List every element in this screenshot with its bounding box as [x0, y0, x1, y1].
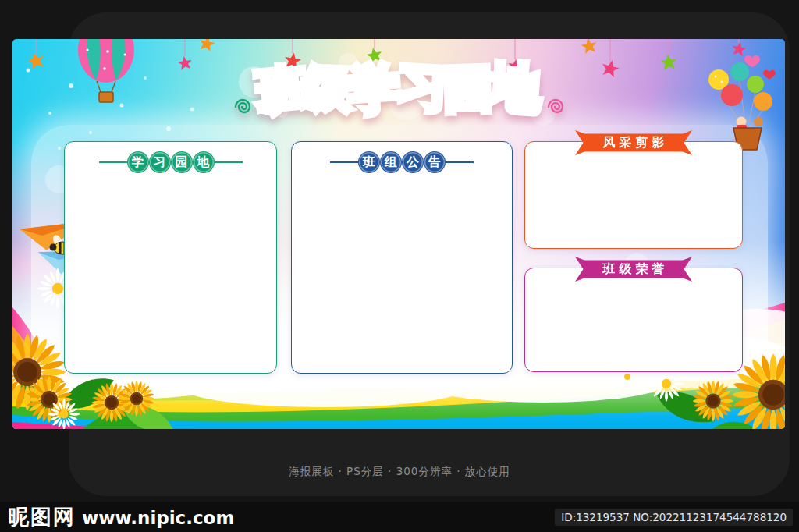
panel-learning-garden: 学 习 园 地: [64, 141, 277, 374]
panel-class-announcement: 班 组 公 告: [291, 141, 513, 374]
image-id-badge: ID:13219537 NO:20221123174544788120: [555, 509, 793, 526]
title-char: 级: [302, 61, 351, 115]
footer-bar: 昵图网 www.nipic.com ID:13219537 NO:2022112…: [0, 502, 799, 532]
badge-char: 班: [359, 152, 379, 172]
title-char: 园: [442, 62, 492, 116]
panel-learning-garden-header: 学 习 园 地: [65, 152, 276, 172]
badge-char: 公: [403, 152, 423, 172]
ribbon-header: 班级荣誉: [575, 257, 692, 282]
spiral-icon: [545, 97, 566, 120]
poster-title: 班 级 学 习 园 地: [12, 59, 785, 117]
title-char: 班: [255, 62, 309, 120]
caption-text: 海报展板 · PS分层 · 300分辨率 · 放心使用: [0, 465, 799, 479]
badge-char: 组: [381, 152, 401, 172]
site-logo: 昵图网 www.nipic.com: [8, 503, 234, 531]
ribbon-header: 风采剪影: [575, 130, 692, 155]
panel-class-announcement-header: 班 组 公 告: [292, 152, 512, 172]
header-line: [99, 161, 127, 163]
poster-board: 班 级 学 习 园 地 学 习 园 地 班: [12, 39, 785, 429]
header-line: [446, 161, 474, 163]
site-url: www.nipic.com: [82, 508, 234, 528]
badge-char: 园: [172, 152, 192, 172]
badge-char: 习: [150, 152, 170, 172]
badge-char: 地: [194, 152, 214, 172]
panel-class-honors: 班级荣誉: [524, 268, 743, 372]
header-line: [215, 161, 243, 163]
header-line: [330, 161, 358, 163]
panel-style-snapshots: 风采剪影: [524, 141, 743, 249]
title-char: 习: [396, 58, 449, 115]
spiral-icon: [233, 97, 253, 120]
site-name: 昵图网: [8, 503, 76, 531]
badge-char: 告: [424, 152, 445, 172]
badge-char: 学: [128, 152, 148, 172]
title-char: 地: [487, 58, 542, 118]
title-char: 学: [346, 59, 402, 120]
stock-preview-page: 班 级 学 习 园 地 学 习 园 地 班: [0, 0, 799, 532]
